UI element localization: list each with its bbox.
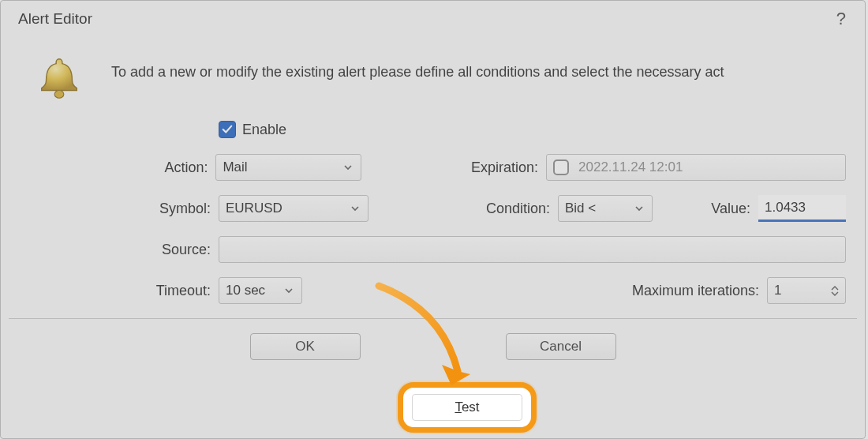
row-timeout: Timeout: 10 sec Maximum iterations: 1 [116,277,846,304]
bell-icon [29,54,89,103]
max-iter-label: Maximum iterations: [632,283,759,299]
symbol-label: Symbol: [116,201,211,217]
cancel-button[interactable]: Cancel [506,333,616,360]
condition-label: Condition: [463,201,550,217]
enable-checkbox[interactable] [219,121,236,138]
max-iter-value: 1 [774,283,831,298]
source-input[interactable] [219,236,846,263]
test-label: Test [455,400,479,415]
action-label: Action: [116,159,208,176]
action-value: Mail [223,159,342,175]
ok-label: OK [295,339,315,355]
form-area: Enable Action: Mail Expiration: 2022.11.… [29,121,846,304]
test-label-rest: est [462,400,480,415]
action-combo[interactable]: Mail [215,154,361,181]
row-symbol: Symbol: EURUSD Condition: Bid < Value: 1… [116,195,846,222]
value-text: 1.0433 [765,200,806,216]
timeout-value: 10 sec [226,283,282,298]
row-source: Source: [116,236,846,263]
enable-label: Enable [242,122,286,138]
condition-value: Bid < [565,201,633,216]
symbol-value: EURUSD [226,201,349,216]
test-button-highlight: Test [398,382,537,433]
spinner-updown-icon[interactable] [831,285,839,297]
svg-point-0 [54,91,64,99]
timeout-label: Timeout: [116,283,211,299]
condition-combo[interactable]: Bid < [558,195,653,222]
ok-button[interactable]: OK [250,333,361,360]
help-button[interactable]: ? [832,9,851,29]
max-iter-spinner[interactable]: 1 [767,277,846,304]
expiration-label: Expiration: [454,159,538,176]
expiration-field[interactable]: 2022.11.24 12:01 [546,154,846,181]
value-label: Value: [700,201,750,217]
dialog-title: Alert Editor [18,10,92,28]
chevron-down-icon [633,204,645,213]
chevron-down-icon [349,204,361,213]
expiration-text: 2022.11.24 12:01 [578,159,683,175]
source-label: Source: [116,242,211,258]
alert-editor-dialog: Alert Editor ? To add a new or [0,0,866,439]
symbol-combo[interactable]: EURUSD [219,195,369,222]
intro-row: To add a new or modify the existing aler… [29,54,846,103]
chevron-down-icon [282,286,295,295]
test-button[interactable]: Test [412,394,522,421]
timeout-combo[interactable]: 10 sec [219,277,302,304]
row-action: Action: Mail Expiration: 2022.11.24 12:0… [116,154,846,181]
intro-text: To add a new or modify the existing aler… [111,54,724,81]
chevron-down-icon [342,163,354,172]
expiration-checkbox[interactable] [553,159,569,175]
enable-row: Enable [219,121,846,138]
titlebar: Alert Editor ? [1,1,865,36]
dialog-content: To add a new or modify the existing aler… [1,36,865,304]
button-bar: OK Cancel [1,319,865,379]
value-input[interactable]: 1.0433 [758,195,846,222]
cancel-label: Cancel [540,339,582,355]
